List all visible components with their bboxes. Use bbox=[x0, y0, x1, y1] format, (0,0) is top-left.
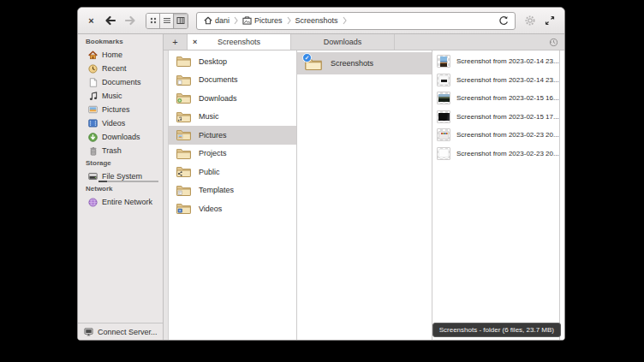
column-files: Screenshot from 2023-02-14 23... Screens… bbox=[432, 50, 560, 340]
new-tab-button[interactable]: + bbox=[164, 34, 188, 50]
toolbar: × bbox=[78, 8, 564, 34]
folder-label: Documents bbox=[199, 75, 238, 84]
connect-server-button[interactable]: Connect Server... bbox=[78, 323, 163, 340]
settings-menu-button[interactable] bbox=[523, 14, 537, 27]
breadcrumb-pictures[interactable]: Pictures bbox=[240, 16, 285, 25]
documents-icon bbox=[89, 78, 98, 87]
refresh-button[interactable] bbox=[497, 14, 510, 27]
check-badge-icon: ✓ bbox=[302, 53, 312, 62]
grid-view-button[interactable] bbox=[146, 14, 160, 28]
sidebar-item-music[interactable]: Music bbox=[78, 89, 163, 103]
status-tooltip: Screenshots - folder (6 files, 23.7 MB) bbox=[432, 323, 561, 337]
sidebar-header-bookmarks: Bookmarks bbox=[78, 36, 163, 48]
sidebar-item-label: Videos bbox=[102, 119, 125, 128]
sidebar-item-label: Home bbox=[102, 50, 122, 59]
file-thumbnail bbox=[437, 147, 450, 160]
sidebar-item-pictures[interactable]: Pictures bbox=[78, 103, 163, 116]
home-icon bbox=[88, 50, 98, 60]
content-area: + × Screenshots Downloads bbox=[164, 34, 564, 340]
tab-screenshots[interactable]: × Screenshots bbox=[188, 34, 291, 50]
folder-icon bbox=[176, 203, 191, 214]
sidebar-item-downloads[interactable]: Downloads bbox=[78, 130, 163, 144]
folder-label: Templates bbox=[199, 186, 234, 194]
column-view-button[interactable] bbox=[174, 14, 188, 28]
folder-row-screenshots[interactable]: ✓ Screenshots bbox=[297, 52, 432, 74]
sidebar-item-trash[interactable]: Trash bbox=[78, 144, 163, 157]
sidebar-item-documents[interactable]: Documents bbox=[78, 75, 163, 89]
sidebar-item-entire-network[interactable]: Entire Network bbox=[78, 195, 163, 209]
file-row[interactable]: Screenshot from 2023-02-23 20... bbox=[432, 145, 559, 163]
back-button[interactable] bbox=[103, 14, 117, 27]
forward-button[interactable] bbox=[123, 14, 138, 27]
folder-row-pictures[interactable]: Pictures bbox=[169, 126, 296, 145]
folder-row-downloads[interactable]: Downloads bbox=[169, 89, 296, 108]
file-row[interactable]: Screenshot from 2023-02-15 16... bbox=[432, 89, 559, 108]
file-label: Screenshot from 2023-02-14 23... bbox=[456, 76, 559, 84]
folder-icon bbox=[176, 74, 191, 86]
music-icon bbox=[89, 92, 98, 101]
file-label: Screenshot from 2023-02-23 20... bbox=[456, 131, 559, 139]
tab-bar: + × Screenshots Downloads bbox=[164, 34, 564, 50]
folder-icon bbox=[176, 111, 191, 122]
column-empty bbox=[560, 50, 564, 340]
folder-label: Videos bbox=[199, 205, 222, 213]
pictures-icon bbox=[242, 16, 252, 25]
trash-icon bbox=[89, 146, 98, 156]
folder-row-public[interactable]: Public bbox=[169, 163, 296, 181]
column-places: Desktop Documents Downloads Music bbox=[169, 50, 297, 340]
file-label: Screenshot from 2023-02-15 17... bbox=[456, 113, 559, 121]
file-label: Screenshot from 2023-02-14 23... bbox=[456, 57, 559, 65]
sidebar-item-label: Pictures bbox=[102, 105, 130, 114]
folder-row-music[interactable]: Music bbox=[169, 108, 296, 127]
tab-close-button[interactable]: × bbox=[193, 34, 197, 50]
folder-row-documents[interactable]: Documents bbox=[169, 71, 296, 90]
main-area: Bookmarks Home Recent bbox=[78, 34, 564, 340]
breadcrumb-screenshots[interactable]: Screenshots bbox=[293, 16, 341, 25]
sidebar-item-label: Documents bbox=[102, 78, 141, 86]
tab-history-button[interactable] bbox=[542, 34, 564, 50]
breadcrumb-label: Screenshots bbox=[295, 16, 338, 25]
sidebar-item-videos[interactable]: Videos bbox=[78, 116, 163, 130]
folder-row-templates[interactable]: Templates bbox=[169, 181, 296, 200]
folder-label: Screenshots bbox=[331, 59, 373, 68]
file-row[interactable]: Screenshot from 2023-02-14 23... bbox=[432, 71, 559, 90]
chevron-right-icon bbox=[232, 16, 240, 25]
folder-row-desktop[interactable]: Desktop bbox=[169, 52, 296, 71]
sidebar-item-file-system[interactable]: File System bbox=[78, 169, 163, 183]
sidebar-item-home[interactable]: Home bbox=[78, 48, 163, 62]
tab-label: Screenshots bbox=[218, 38, 260, 46]
drive-icon bbox=[88, 172, 98, 181]
sidebar-item-label: File System bbox=[102, 172, 142, 181]
breadcrumb-label: Pictures bbox=[254, 16, 283, 25]
sidebar-item-label: Recent bbox=[102, 64, 127, 73]
folder-icon-wrap: ✓ bbox=[305, 57, 322, 70]
file-thumbnail bbox=[437, 110, 450, 123]
tab-label: Downloads bbox=[324, 38, 362, 46]
folder-label: Projects bbox=[199, 149, 227, 157]
fullscreen-button[interactable] bbox=[543, 14, 557, 27]
miller-columns: Desktop Documents Downloads Music bbox=[164, 50, 564, 340]
folder-icon bbox=[176, 92, 191, 104]
folder-row-projects[interactable]: Projects bbox=[169, 145, 296, 163]
network-icon bbox=[88, 198, 98, 207]
pictures-icon bbox=[88, 105, 98, 114]
breadcrumb-home[interactable]: dani bbox=[201, 16, 232, 25]
folder-icon bbox=[176, 129, 191, 140]
file-row[interactable]: Screenshot from 2023-02-23 20... bbox=[432, 126, 559, 145]
folder-icon bbox=[176, 56, 191, 67]
tab-downloads[interactable]: Downloads bbox=[291, 34, 395, 50]
list-view-button[interactable] bbox=[160, 14, 174, 28]
history-icon bbox=[549, 38, 558, 47]
path-bar[interactable]: dani Pictures Screenshots bbox=[196, 12, 516, 30]
folder-label: Pictures bbox=[199, 131, 227, 139]
back-icon bbox=[104, 15, 116, 27]
file-row[interactable]: Screenshot from 2023-02-14 23... bbox=[432, 52, 559, 71]
folder-icon bbox=[176, 166, 191, 177]
sidebar-item-recent[interactable]: Recent bbox=[78, 62, 163, 75]
file-thumbnail bbox=[437, 128, 450, 141]
window-close-button[interactable]: × bbox=[86, 15, 97, 27]
folder-row-videos[interactable]: Videos bbox=[169, 199, 296, 218]
file-row[interactable]: Screenshot from 2023-02-15 17... bbox=[432, 108, 559, 127]
gear-icon bbox=[524, 15, 536, 27]
folder-label: Public bbox=[199, 168, 220, 176]
